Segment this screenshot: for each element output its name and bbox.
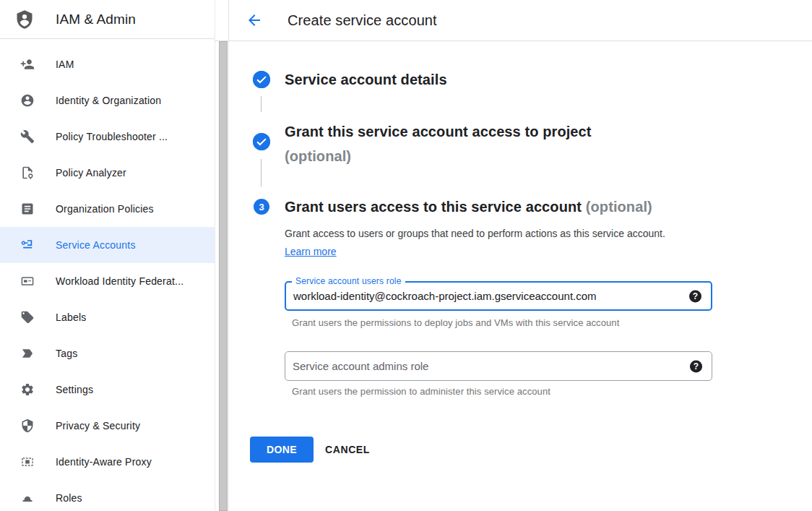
divider	[215, 40, 812, 41]
sidebar-item-policy-troubleshooter[interactable]: Policy Troubleshooter ...	[0, 119, 215, 155]
sidebar-item-identity-organization[interactable]: Identity & Organization	[0, 82, 215, 119]
sidebar-item-label: Service Accounts	[56, 239, 136, 251]
section-title: IAM & Admin	[56, 12, 136, 27]
step3-number-badge: 3	[254, 199, 269, 215]
sidebar-item-roles[interactable]: Roles	[0, 480, 215, 511]
sidebar-item-label: Privacy & Security	[56, 420, 140, 431]
admins-role-helper: Grant users the permission to administer…	[292, 386, 550, 397]
step-connector	[261, 159, 262, 186]
cancel-button[interactable]: CANCEL	[314, 437, 381, 463]
step2-optional-text: (optional)	[285, 148, 351, 164]
article-icon	[20, 202, 35, 216]
membership-card-icon	[20, 274, 35, 288]
help-icon[interactable]: ?	[690, 360, 702, 372]
admins-role-input[interactable]	[285, 352, 712, 380]
sidebar-item-organization-policies[interactable]: Organization Policies	[0, 191, 215, 227]
sidebar-item-label: IAM	[56, 59, 74, 70]
step3-number: 3	[259, 202, 264, 212]
sidebar-item-labels[interactable]: Labels	[0, 299, 215, 335]
sidebar-header: IAM & Admin	[0, 0, 215, 39]
step1-title[interactable]: Service account details	[285, 70, 447, 90]
arrow-back-icon	[246, 12, 263, 29]
gear-icon	[20, 382, 35, 397]
iam-shield-icon	[14, 8, 35, 31]
step3-description: Grant access to users or groups that nee…	[285, 225, 678, 261]
proxy-frame-icon	[20, 455, 35, 469]
sidebar-item-label: Labels	[56, 312, 86, 323]
done-button[interactable]: DONE	[250, 437, 314, 463]
sidebar-item-settings[interactable]: Settings	[0, 372, 215, 408]
sidebar-item-service-accounts[interactable]: Service Accounts	[0, 227, 215, 263]
person-add-icon	[20, 57, 35, 72]
policy-analyzer-icon	[20, 166, 35, 180]
sidebar-item-label: Identity-Aware Proxy	[56, 456, 152, 468]
sidebar-scrollbar-thumb[interactable]	[219, 41, 228, 511]
sidebar-item-iam[interactable]: IAM	[0, 46, 215, 82]
page-title: Create service account	[288, 12, 437, 29]
sidebar-item-label: Organization Policies	[56, 203, 154, 215]
sidebar-item-workload-identity-federat[interactable]: Workload Identity Federat...	[0, 263, 215, 299]
step-connector	[261, 96, 262, 112]
sidebar-item-label: Identity & Organization	[56, 95, 161, 106]
help-icon[interactable]: ?	[689, 290, 701, 302]
admins-role-field: ?	[285, 351, 712, 381]
sidebar-nav: IAMIdentity & OrganizationPolicy Trouble…	[0, 46, 215, 511]
sidebar-item-label: Workload Identity Federat...	[56, 275, 183, 287]
users-role-input[interactable]	[286, 283, 711, 309]
step3-title-text: Grant users access to this service accou…	[285, 199, 582, 215]
step1-title-text: Service account details	[285, 72, 447, 87]
sidebar-item-label: Roles	[56, 492, 82, 504]
arrow-tag-icon	[20, 346, 35, 361]
sidebar-item-privacy-security[interactable]: Privacy & Security	[0, 408, 215, 444]
sidebar-item-tags[interactable]: Tags	[0, 335, 215, 372]
sidebar-item-label: Tags	[56, 348, 77, 359]
account-circle-icon	[20, 93, 35, 108]
shield-half-icon	[20, 418, 35, 433]
divider	[0, 38, 215, 39]
step1-check-icon	[253, 71, 270, 88]
tag-icon	[20, 310, 35, 325]
back-button[interactable]	[246, 12, 263, 29]
sidebar-item-label: Settings	[56, 384, 93, 395]
app-bar: Create service account	[229, 0, 812, 40]
service-account-key-icon	[20, 238, 35, 252]
step3-title: Grant users access to this service accou…	[285, 197, 652, 217]
sidebar-item-policy-analyzer[interactable]: Policy Analyzer	[0, 155, 215, 191]
sidebar-item-label: Policy Analyzer	[56, 167, 126, 179]
step2-title-text: Grant this service account access to pro…	[285, 124, 592, 139]
sidebar-item-identity-aware-proxy[interactable]: Identity-Aware Proxy	[0, 444, 215, 480]
wrench-icon	[20, 129, 35, 144]
sidebar: IAM & Admin IAMIdentity & OrganizationPo…	[0, 0, 215, 511]
step3-optional-text: (optional)	[586, 199, 652, 215]
users-role-field: Service account users role ?	[285, 281, 712, 311]
step3-description-text: Grant access to users or groups that nee…	[285, 228, 665, 239]
step2-check-icon	[253, 133, 270, 150]
step2-title[interactable]: Grant this service account access to pro…	[285, 119, 657, 168]
users-role-helper: Grant users the permissions to deploy jo…	[292, 317, 619, 328]
sidebar-item-label: Policy Troubleshooter ...	[56, 131, 168, 142]
learn-more-link[interactable]: Learn more	[285, 246, 337, 257]
hat-icon	[20, 491, 35, 505]
